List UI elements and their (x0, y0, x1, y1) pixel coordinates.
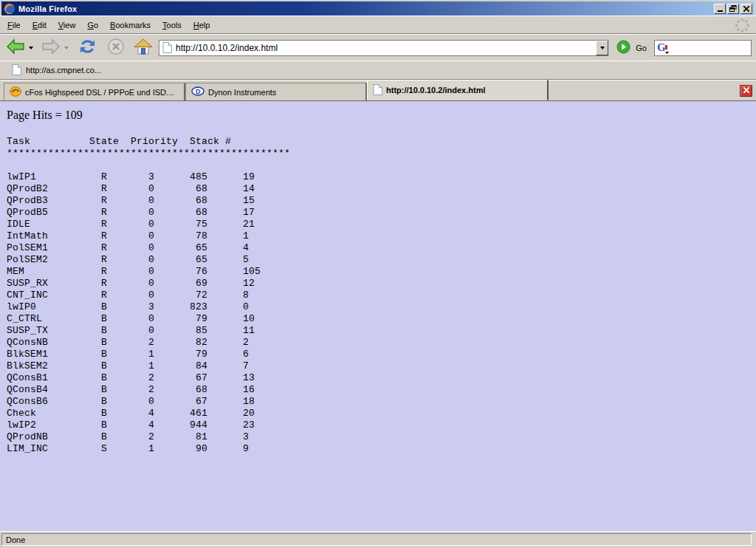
status-bar: Done (0, 531, 756, 548)
menu-bookmarks[interactable]: Bookmarks (104, 18, 157, 32)
tab-cfos[interactable]: cFos Highspeed DSL / PPPoE und ISDN CAP.… (4, 83, 185, 100)
close-tab-button[interactable] (740, 85, 752, 97)
menu-help[interactable]: Help (188, 18, 216, 32)
chevron-down-icon (600, 47, 605, 49)
status-panel: Done (1, 533, 752, 546)
page-icon (373, 84, 382, 97)
menu-tools[interactable]: Tools (157, 18, 188, 32)
menu-edit[interactable]: Edit (27, 18, 52, 32)
stop-icon (107, 38, 125, 58)
dynon-icon: D (191, 86, 205, 97)
chevron-down-icon (29, 47, 33, 49)
throbber-icon (735, 18, 750, 36)
minimize-button[interactable] (714, 4, 726, 14)
cfos-icon (10, 86, 21, 98)
tab-label: cFos Highspeed DSL / PPPoE und ISDN CAP.… (25, 88, 179, 97)
forward-arrow-icon (41, 38, 61, 58)
close-icon (743, 87, 749, 95)
tab-current[interactable]: http://10.0.10.2/index.html (367, 80, 549, 100)
back-dropdown-button[interactable] (27, 45, 35, 51)
chevron-down-icon (64, 47, 69, 49)
titlebar[interactable]: Mozilla Firefox (1, 1, 755, 16)
svg-text:G: G (657, 41, 666, 53)
browser-window: Mozilla Firefox File Edit View Go Bookma… (0, 0, 756, 548)
task-table: Task State Priority Stack # ************… (7, 136, 756, 455)
page-hits-text: Page Hits = 109 (7, 109, 756, 122)
tab-dynon[interactable]: D Dynon Instruments (185, 83, 367, 100)
url-dropdown-button[interactable] (596, 41, 608, 55)
tab-label: http://10.0.10.2/index.html (386, 86, 485, 95)
url-input[interactable] (176, 41, 596, 55)
svg-text:D: D (196, 88, 201, 95)
go-label[interactable]: Go (636, 44, 647, 52)
menu-go[interactable]: Go (81, 18, 104, 32)
restore-icon (729, 3, 737, 14)
back-button[interactable] (4, 36, 27, 59)
minimize-icon (718, 10, 723, 12)
go-button[interactable] (615, 38, 632, 58)
home-button[interactable] (132, 37, 154, 59)
forward-button[interactable] (40, 36, 62, 59)
back-arrow-icon (6, 38, 25, 58)
close-button[interactable] (740, 4, 752, 14)
menu-view[interactable]: View (52, 18, 82, 32)
stop-button[interactable] (106, 36, 126, 59)
bookmarks-toolbar: http://as.cmpnet.co... (0, 61, 756, 80)
search-input[interactable] (672, 42, 751, 54)
page-icon (162, 42, 172, 53)
search-engine-icon[interactable]: G (657, 41, 670, 54)
go-icon (616, 40, 630, 56)
tab-bar: cFos Highspeed DSL / PPPoE und ISDN CAP.… (0, 80, 756, 101)
navigation-toolbar: Go G (0, 34, 756, 61)
bookmark-label: http://as.cmpnet.co... (26, 66, 101, 75)
bookmark-item[interactable]: http://as.cmpnet.co... (7, 63, 106, 78)
home-icon (134, 38, 153, 58)
forward-dropdown-button[interactable] (62, 45, 71, 51)
status-text: Done (6, 535, 25, 544)
firefox-icon (4, 3, 16, 15)
window-title: Mozilla Firefox (18, 4, 712, 13)
tab-label: Dynon Instruments (208, 88, 276, 97)
reload-icon (78, 38, 97, 58)
reload-button[interactable] (77, 36, 98, 59)
url-bar (159, 40, 609, 56)
page-icon (12, 64, 21, 77)
close-icon (743, 3, 749, 14)
menu-file[interactable]: File (1, 18, 27, 32)
restore-button[interactable] (727, 4, 739, 14)
search-bar: G (654, 40, 752, 56)
page-content: Page Hits = 109 Task State Priority Stac… (0, 101, 756, 531)
menu-bar: File Edit View Go Bookmarks Tools Help (0, 16, 756, 34)
